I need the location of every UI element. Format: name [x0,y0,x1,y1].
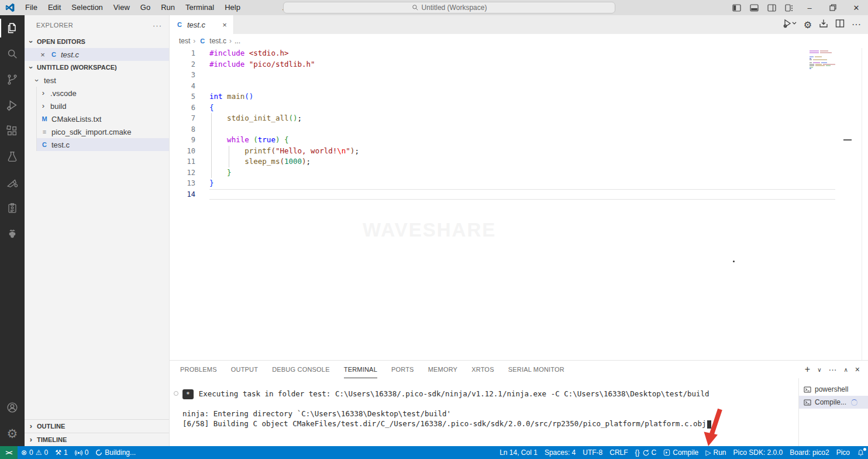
explorer-more-actions-icon[interactable]: ··· [153,21,162,30]
timeline-label: TIMELINE [37,436,67,443]
toggle-secondary-sidebar-icon[interactable] [763,0,780,15]
run-button[interactable]: ▷ Run [702,446,729,459]
menu-terminal[interactable]: Terminal [180,0,219,15]
minimize-button[interactable]: – [798,0,821,15]
minimap[interactable] [810,50,835,70]
error-icon: ⊗ [21,449,27,456]
toggle-panel-icon[interactable] [745,0,763,15]
workspace-section[interactable]: › UNTITLED (WORKSPACE) [25,61,169,74]
device-manager-icon[interactable] [0,196,25,221]
gear-icon[interactable]: ⚙ [804,19,812,30]
raspberry-pi-icon[interactable] [0,221,25,247]
terminal-output[interactable]: *Executing task in folder test: C:\Users… [170,378,799,446]
search-icon [412,4,419,11]
terminal-line [182,399,798,409]
tab-memory[interactable]: MEMORY [428,361,458,378]
breadcrumb-folder[interactable]: test [179,37,190,45]
maximize-panel-icon[interactable]: ∧ [843,366,848,373]
tab-problems[interactable]: PROBLEMS [180,361,217,378]
tree-file-cmakelists[interactable]: M CMakeLists.txt [37,112,169,125]
vscode-window: File Edit Selection View Go Run Terminal… [0,0,868,459]
timeline-section[interactable]: › TIMELINE [25,433,169,446]
more-actions-icon[interactable]: ··· [852,19,861,30]
open-editor-test-c[interactable]: × C test.c [25,48,169,61]
tab-ports[interactable]: PORTS [391,361,414,378]
eol-sequence[interactable]: CRLF [606,446,631,459]
pico-sdk-version[interactable]: Pico SDK: 2.0.0 [730,446,787,459]
close-panel-icon[interactable]: × [855,365,860,374]
outline-section[interactable]: › OUTLINE [25,419,169,433]
close-editor-icon[interactable]: × [39,50,47,59]
menu-help[interactable]: Help [219,0,246,15]
run-and-debug-icon[interactable] [0,93,25,118]
toggle-sidebar-icon[interactable] [728,0,745,15]
tab-output[interactable]: OUTPUT [231,361,258,378]
tab-test-c[interactable]: C test.c × [170,15,234,34]
panel-more-icon[interactable]: ··· [828,365,836,374]
workspace-label: UNTITLED (WORKSPACE) [37,64,117,71]
breadcrumb-symbol[interactable]: ... [235,37,240,45]
problems-status[interactable]: ⊗ 0 ⚠ 0 [18,446,51,459]
menu-view[interactable]: View [108,0,135,15]
code-line: 8 [170,124,868,135]
code-editor[interactable]: 1#include <stdio.h>2#include "pico/stdli… [170,48,868,360]
building-status[interactable]: Building... [92,446,139,459]
command-center-search[interactable]: Untitled (Workspace) [283,2,615,13]
tab-xrtos[interactable]: XRTOS [471,361,494,378]
split-editor-icon[interactable] [835,19,845,30]
close-tab-icon[interactable]: × [221,20,229,29]
account-icon[interactable] [0,395,25,420]
breadcrumb[interactable]: test › C test.c › ... [170,34,868,48]
tree-file-pico-sdk-import[interactable]: ≡ pico_sdk_import.cmake [37,125,169,138]
menu-edit[interactable]: Edit [43,0,66,15]
settings-gear-icon[interactable]: ⚙ [0,420,25,446]
explorer-icon[interactable] [0,15,25,41]
broadcast-icon [75,449,82,457]
tab-debug-console[interactable]: DEBUG CONSOLE [272,361,330,378]
cursor-position[interactable]: Ln 14, Col 1 [496,446,541,459]
breadcrumb-file[interactable]: test.c [209,37,226,45]
tree-folder-vscode[interactable]: › .vscode [37,87,169,100]
new-terminal-icon[interactable]: + [805,364,810,375]
open-editors-section[interactable]: › OPEN EDITORS [25,35,169,48]
extensions-icon[interactable] [0,118,25,144]
compile-button[interactable]: Compile [660,446,702,459]
pico-project-icon[interactable] [0,170,25,196]
tree-file-test-c[interactable]: C test.c [37,138,169,151]
code-line: 10 printf("Hello, world!\n"); [170,146,868,157]
menu-file[interactable]: File [20,0,43,15]
vscode-logo-icon [5,2,15,13]
terminal-item-powershell[interactable]: powershell [799,383,868,396]
run-or-debug-icon[interactable] [783,19,797,30]
scrollbar-track[interactable] [862,48,862,360]
bottom-panel: PROBLEMS OUTPUT DEBUG CONSOLE TERMINAL P… [170,360,868,446]
terminal-dropdown-icon[interactable]: ∨ [817,366,821,373]
menu-run[interactable]: Run [156,0,180,15]
board-selector[interactable]: Board: pico2 [786,446,832,459]
notifications-bell-icon[interactable] [853,446,868,459]
remote-indicator[interactable]: >< [0,446,18,459]
indentation[interactable]: Spaces: 4 [541,446,579,459]
tab-terminal[interactable]: TERMINAL [344,361,377,378]
menu-selection[interactable]: Selection [66,0,108,15]
tree-folder-test[interactable]: › test [25,74,169,87]
tab-serial-monitor[interactable]: SERIAL MONITOR [508,361,564,378]
menu-go[interactable]: Go [135,0,156,15]
restore-button[interactable] [821,0,845,15]
ports-status[interactable]: 0 [71,446,92,459]
encoding[interactable]: UTF-8 [579,446,606,459]
tree-label: test.c [51,141,70,149]
flash-deploy-icon[interactable] [819,19,828,30]
customize-layout-icon[interactable] [780,0,798,15]
close-window-button[interactable]: ✕ [845,0,868,15]
terminal-line: ninja: Entering directory `C:\Users\1633… [182,409,798,419]
status-bar: >< ⊗ 0 ⚠ 0 ⚒ 1 0 Building... Ln 14, Col … [0,446,868,459]
tasks-status[interactable]: ⚒ 1 [51,446,71,459]
search-sidebar-icon[interactable] [0,41,25,67]
language-mode[interactable]: {} C [632,446,660,459]
terminal-item-compile[interactable]: Compile... [799,396,868,409]
source-control-icon[interactable] [0,67,25,93]
testing-icon[interactable] [0,144,25,170]
pico-status[interactable]: Pico [833,446,853,459]
tree-folder-build[interactable]: › build [37,100,169,112]
